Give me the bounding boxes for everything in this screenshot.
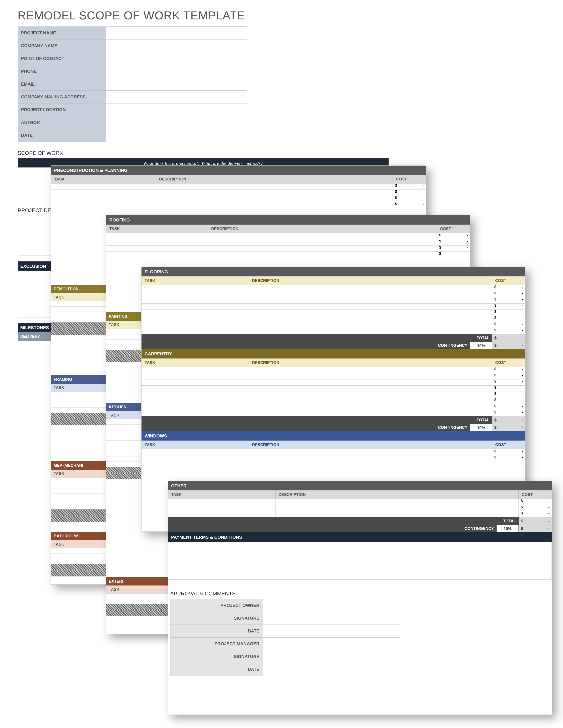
info-value[interactable] [106, 27, 247, 39]
col-cost: COST [393, 175, 426, 183]
table-row[interactable]: $- [106, 233, 470, 239]
table-row[interactable]: $- [106, 251, 470, 258]
info-label: POINT OF CONTACT [18, 52, 106, 65]
table-row[interactable]: $- [141, 303, 525, 310]
section-roofing: ROOFING [106, 215, 470, 225]
table-row[interactable]: $- [106, 245, 470, 251]
section-other: OTHER [168, 481, 552, 490]
info-label: EMAIL [18, 78, 106, 91]
approval-value[interactable] [263, 650, 400, 663]
sheet-other: OTHER TASK DESCRIPTION COST $-$-$- TOTAL… [168, 481, 552, 715]
flooring-contingency: CONTINGENCY 10% $- [141, 342, 525, 349]
scope-of-work-heading: SCOPE OF WORK [18, 150, 63, 156]
roofing-columns: TASK DESCRIPTION COST [106, 225, 470, 233]
table-row[interactable]: $- [141, 291, 525, 297]
approval-label: DATE [170, 663, 263, 676]
precon-columns: TASK DESCRIPTION COST [51, 175, 426, 183]
project-deliverables-heading: PROJECT DEL [18, 207, 54, 214]
payment-terms-body[interactable] [168, 542, 552, 580]
info-value[interactable] [106, 129, 247, 142]
approval-value[interactable] [263, 663, 400, 676]
info-value[interactable] [106, 78, 247, 91]
approval-value[interactable] [263, 625, 400, 638]
approval-label: PROJECT MANAGER [170, 638, 263, 650]
table-row[interactable]: $- [141, 455, 525, 461]
table-row[interactable]: $- [141, 310, 525, 316]
windows-columns: TASK DESCRIPTION COST [141, 441, 525, 449]
table-row[interactable]: $- [141, 449, 525, 455]
approval-label: SIGNATURE [170, 650, 263, 663]
table-row[interactable]: $- [51, 183, 426, 190]
other-contingency: CONTINGENCY 10% $- [168, 525, 552, 532]
table-row[interactable]: $- [168, 499, 552, 505]
table-row[interactable]: $- [141, 316, 525, 322]
info-label: AUTHOR [18, 116, 106, 129]
info-label: PHONE [18, 65, 106, 78]
table-row[interactable]: $- [141, 385, 525, 392]
table-row[interactable]: $- [141, 373, 525, 379]
info-value[interactable] [106, 65, 247, 78]
info-label: DATE [18, 129, 106, 142]
table-row[interactable]: $- [51, 190, 426, 196]
table-row[interactable]: $- [106, 239, 470, 245]
info-value[interactable] [106, 39, 247, 52]
approval-heading: APPROVAL & COMMENTS [168, 591, 552, 597]
approval-value[interactable] [263, 638, 400, 650]
payment-terms-header: PAYMENT TERMS & CONDITIONS [168, 532, 552, 542]
table-row[interactable]: $- [168, 505, 552, 511]
carpentry-total: TOTAL $- [141, 416, 525, 424]
carpentry-columns: TASK DESCRIPTION COST [141, 358, 525, 367]
table-row[interactable]: $- [141, 404, 525, 410]
table-row[interactable]: $- [141, 410, 525, 416]
table-row[interactable]: $- [51, 196, 426, 202]
flooring-columns: TASK DESCRIPTION COST [141, 276, 525, 285]
section-precon: PRECONSTRUCTION & PLANNING [51, 166, 426, 175]
table-row[interactable]: $- [141, 392, 525, 398]
table-row[interactable]: $- [141, 398, 525, 404]
info-value[interactable] [106, 103, 247, 116]
section-carpentry: CARPENTRY [141, 349, 525, 358]
table-row[interactable]: $- [141, 297, 525, 303]
info-value[interactable] [106, 52, 247, 65]
carpentry-contingency: CONTINGENCY 10% $- [141, 424, 525, 431]
col-description: DESCRIPTION [156, 175, 393, 183]
info-value[interactable] [106, 116, 247, 129]
project-info-table: PROJECT NAMECOMPANY NAMEPOINT OF CONTACT… [18, 26, 247, 142]
info-label: COMPANY NAME [18, 39, 106, 52]
info-label: PROJECT NAME [18, 27, 106, 39]
approval-label: PROJECT OWNER [170, 599, 263, 612]
info-label: PROJECT LOCATION [18, 103, 106, 116]
table-row[interactable]: $- [141, 379, 525, 385]
table-row[interactable]: $- [141, 328, 525, 334]
table-row[interactable]: $- [51, 202, 426, 208]
col-task: TASK [51, 175, 156, 183]
page-title: REMODEL SCOPE OF WORK TEMPLATE [18, 9, 245, 22]
approval-table: PROJECT OWNERSIGNATUREDATEPROJECT MANAGE… [170, 599, 400, 676]
table-row[interactable]: $- [168, 511, 552, 517]
other-columns: TASK DESCRIPTION COST [168, 490, 552, 499]
table-row[interactable]: $- [141, 367, 525, 373]
flooring-total: TOTAL $- [141, 334, 525, 342]
other-total: TOTAL $- [168, 517, 552, 525]
approval-value[interactable] [263, 612, 400, 625]
approval-value[interactable] [263, 599, 400, 612]
section-flooring: FLOORING [141, 267, 525, 276]
approval-label: DATE [170, 625, 263, 638]
table-row[interactable]: $- [141, 322, 525, 328]
info-label: COMPANY MAILING ADDRESS [18, 91, 106, 103]
approval-label: SIGNATURE [170, 612, 263, 625]
info-value[interactable] [106, 91, 247, 103]
table-row[interactable]: $- [141, 285, 525, 291]
section-windows: WINDOWS [141, 431, 525, 441]
